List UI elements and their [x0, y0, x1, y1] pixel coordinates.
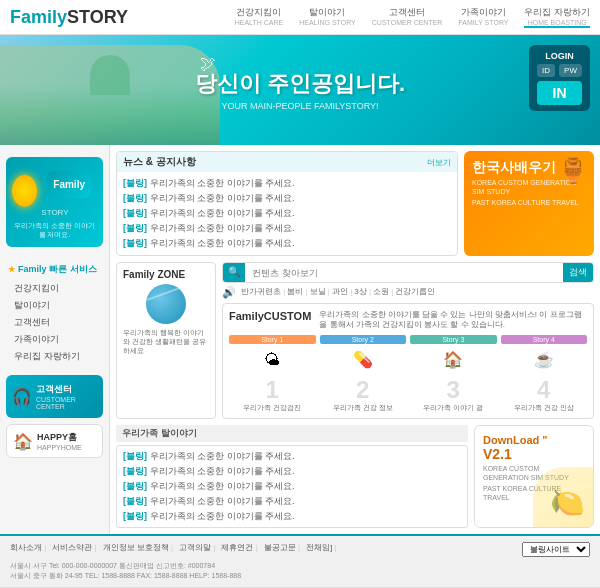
sidebar-cs-icon: 🎧 [12, 387, 32, 406]
sidebar-quick-title: Family 빠른 서비스 [8, 263, 101, 276]
fc-header: FamilyCUSTOM 우리가족의 소중한 이야기를 담을 수 있는 나만의 … [229, 310, 587, 331]
sidebar-menu-home[interactable]: 우리집 자랑하기 [8, 348, 101, 365]
woorisip-item-4[interactable]: 우리가족의 소중한 이야기를 주세요. [123, 494, 461, 509]
header: Family STORY 건강지킴이 HEALTH CARE 탈이야기 HEAL… [0, 0, 600, 35]
news-item-2[interactable]: 우리가족의 소중한 이야기를 주세요. [123, 191, 451, 206]
footer-link-0[interactable]: 회사소개 [10, 542, 46, 557]
footer-link-5[interactable]: 불공고문 [264, 542, 300, 557]
news-item-3[interactable]: 우리가족의 소중한 이야기를 주세요. [123, 206, 451, 221]
sidebar-menu-health[interactable]: 건강지킴이 [8, 280, 101, 297]
sidebar-menu-healing[interactable]: 탈이야기 [8, 297, 101, 314]
woorisip-section: 우리가족 탈이야기 우리가족의 소중한 이야기를 주세요. 우리가족의 소중한 … [116, 425, 468, 528]
logo-story: STORY [67, 7, 128, 28]
id-button[interactable]: ID [537, 64, 555, 77]
footer: 회사소개 서비스약관 개인정보 보호정책 고객의말 제휴연건 불공고문 전채임]… [0, 534, 600, 587]
nav-item-health[interactable]: 건강지킴이 HEALTH CARE [235, 6, 284, 28]
story-num-2: 2 [320, 376, 407, 404]
footer-site-select[interactable]: 블링사이트 [522, 542, 590, 557]
main-content: 뉴스 & 공지사항 더보기 우리가족의 소중한 이야기를 주세요. 우리가족의 … [110, 145, 600, 534]
news-item-1[interactable]: 우리가족의 소중한 이야기를 주세요. [123, 176, 451, 191]
family-zone-title: Family ZONE [123, 269, 209, 280]
footer-address-2: 서울시 중구 통화 24-95 TEL: 1588-8888 FAX: 1588… [10, 571, 590, 581]
sidebar-logo-desc: 우리가족의 소중한 이야기를 저며요. [12, 221, 97, 239]
story-icon-4: ☕ [528, 346, 560, 374]
news-title: 뉴스 & 공지사항 [123, 155, 196, 169]
nav-item-home[interactable]: 우리집 자랑하기 HOME BOASTING [524, 6, 590, 28]
woorisip-item-2[interactable]: 우리가족의 소중한 이야기를 주세요. [123, 464, 461, 479]
sidebar-happy-label: HAPPY홈 [37, 431, 82, 444]
login-panel: LOGIN ID PW IN [529, 45, 590, 111]
content-area: Family STORY 우리가족의 소중한 이야기를 저며요. Family … [0, 145, 600, 534]
footer-link-4[interactable]: 제휴연건 [221, 542, 257, 557]
speaker-icon: 🔊 [222, 286, 236, 299]
culture-decoration-icon: 🏺 [558, 157, 588, 185]
footer-link-2[interactable]: 개인정보 보호정책 [103, 542, 174, 557]
sidebar-logo-story: STORY [41, 208, 97, 217]
news-item-4[interactable]: 우리가족의 소중한 이야기를 주세요. [123, 221, 451, 236]
nav-item-customer[interactable]: 고객센터 CUSTOMER CENTER [372, 6, 443, 28]
search-bar: 🔍 검색 [222, 262, 594, 283]
quick-link-2[interactable]: 보닐 [310, 286, 330, 299]
download-box[interactable]: DownLoad " V2.1 KOREA CUSTOM GENERATION … [474, 425, 594, 528]
sidebar-happy-box[interactable]: 🏠 HAPPY홈 HAPPYHOME [6, 424, 103, 458]
family-custom: FamilyCUSTOM 우리가족의 소중한 이야기를 담을 수 있는 나만의 … [222, 303, 594, 419]
bottom-row: 우리가족 탈이야기 우리가족의 소중한 이야기를 주세요. 우리가족의 소중한 … [116, 425, 594, 528]
sidebar-menu-family[interactable]: 가족이야기 [8, 331, 101, 348]
fc-stories: Story 1 🌤 1 우리가족 건강검진 Story 2 💊 2 우리가족 건… [229, 335, 587, 412]
news-more[interactable]: 더보기 [427, 157, 451, 168]
news-header: 뉴스 & 공지사항 더보기 [117, 152, 457, 172]
story-num-1: 1 [229, 376, 316, 404]
footer-link-1[interactable]: 서비스약관 [52, 542, 96, 557]
login-in-button[interactable]: IN [537, 81, 582, 105]
story-label-2: 우리가족 건강 정보 [320, 404, 407, 412]
news-item-5[interactable]: 우리가족의 소중한 이야기를 주세요. [123, 236, 451, 251]
quick-link-5[interactable]: 소원 [373, 286, 393, 299]
footer-link-3[interactable]: 고객의말 [179, 542, 215, 557]
download-sub1: KOREA CUSTOM GENERATION SIM STUDY [483, 464, 585, 482]
story-label-3: 우리가족 이야기 광 [410, 404, 497, 412]
culture-box[interactable]: 🏺 한국사배우기 KOREA CUSTOM GENERATION SIM STU… [464, 151, 594, 256]
woorisip-item-5[interactable]: 우리가족의 소중한 이야기를 주세요. [123, 509, 461, 524]
main-wrapper: Family STORY 건강지킴이 HEALTH CARE 탈이야기 HEAL… [0, 0, 600, 588]
sidebar-quick-section: Family 빠른 서비스 건강지킴이 탈이야기 고객센터 가족이야기 우리집 … [0, 257, 109, 369]
download-label: DownLoad " [483, 434, 585, 446]
quick-link-6[interactable]: 건강기릅인 [395, 286, 435, 299]
story-num-3: 3 [410, 376, 497, 404]
fc-title: FamilyCUSTOM [229, 310, 311, 322]
fc-desc: 우리가족의 소중한 이야기를 담을 수 있는 나만의 맞춤서비스! 이 프로그램… [319, 310, 587, 331]
woorisip-item-1[interactable]: 우리가족의 소중한 이야기를 주세요. [123, 449, 461, 464]
footer-link-6[interactable]: 전채임] [306, 542, 337, 557]
quick-link-4[interactable]: 3상 [354, 286, 371, 299]
middle-row: Family ZONE 우리가족의 행복한 이야기와 건강한 생활패턴을 공유하… [116, 262, 594, 419]
quick-link-3[interactable]: 과인 [332, 286, 352, 299]
story-icon-2: 💊 [347, 346, 379, 374]
news-list: 우리가족의 소중한 이야기를 주세요. 우리가족의 소중한 이야기를 주세요. … [117, 172, 457, 255]
sidebar-cs-sub: CUSTOMER CENTER [36, 396, 97, 410]
footer-address-1: 서울시 서구 Tel: 000-000-0000007 통신판매업 신고번호: … [10, 561, 590, 571]
sidebar-happy-icon: 🏠 [13, 432, 33, 451]
login-id-pw: ID PW [537, 64, 582, 77]
login-label: LOGIN [537, 51, 582, 61]
pw-button[interactable]: PW [559, 64, 582, 77]
nav-item-family[interactable]: 가족이야기 FAMILY STORY [458, 6, 508, 28]
story-badge-2: Story 2 [320, 335, 407, 344]
content-search: 🔍 검색 🔊 반가귀련초 봄비 보닐 과인 3상 소원 건강기 [222, 262, 594, 299]
quick-link-1[interactable]: 봄비 [287, 286, 307, 299]
nav-item-healing[interactable]: 탈이야기 HEALING STORY [299, 6, 356, 28]
sidebar-cs-box[interactable]: 🎧 고객센터 CUSTOMER CENTER [6, 375, 103, 418]
sidebar: Family STORY 우리가족의 소중한 이야기를 저며요. Family … [0, 145, 110, 534]
search-button[interactable]: 검색 [563, 263, 593, 282]
search-input[interactable] [248, 263, 560, 282]
story-num-4: 4 [501, 376, 588, 404]
story-badge-4: Story 4 [501, 335, 588, 344]
story-item-1: Story 1 🌤 1 우리가족 건강검진 [229, 335, 316, 412]
woorisip-item-3[interactable]: 우리가족의 소중한 이야기를 주세요. [123, 479, 461, 494]
sidebar-sun-icon [12, 175, 37, 207]
download-version: V2.1 [483, 446, 512, 462]
story-item-2: Story 2 💊 2 우리가족 건강 정보 [320, 335, 407, 412]
news-section: 뉴스 & 공지사항 더보기 우리가족의 소중한 이야기를 주세요. 우리가족의 … [116, 151, 458, 256]
sidebar-menu-cs[interactable]: 고객센터 [8, 314, 101, 331]
quick-link-0[interactable]: 반가귀련초 [241, 286, 285, 299]
family-zone-desc: 우리가족의 행복한 이야기와 건강한 생활패턴을 공유하세요 [123, 328, 209, 355]
story-item-3: Story 3 🏠 3 우리가족 이야기 광 [410, 335, 497, 412]
